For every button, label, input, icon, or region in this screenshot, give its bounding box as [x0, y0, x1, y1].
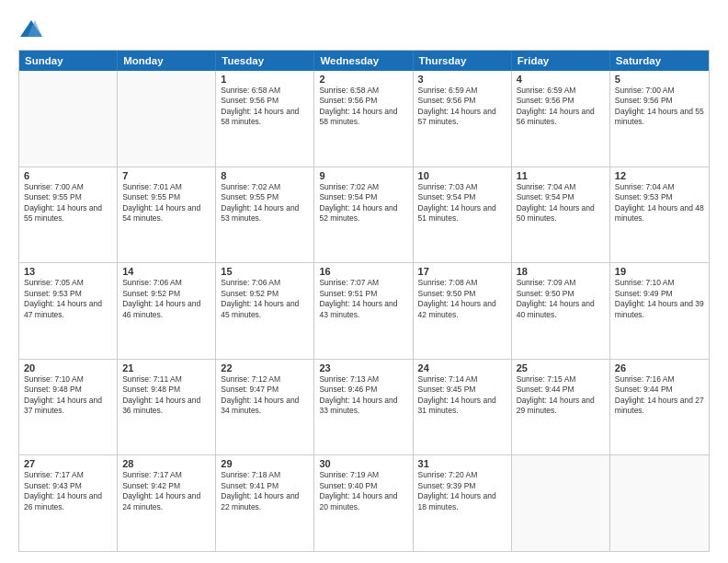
day-info: Sunrise: 7:19 AM Sunset: 9:40 PM Dayligh…: [319, 470, 407, 512]
calendar-cell: 10Sunrise: 7:03 AM Sunset: 9:54 PM Dayli…: [414, 167, 512, 263]
day-number: 19: [615, 266, 704, 277]
day-info: Sunrise: 7:02 AM Sunset: 9:55 PM Dayligh…: [221, 182, 309, 224]
calendar-cell: 21Sunrise: 7:11 AM Sunset: 9:48 PM Dayli…: [118, 360, 216, 455]
calendar-cell: 2Sunrise: 6:58 AM Sunset: 9:56 PM Daylig…: [314, 71, 413, 167]
calendar-cell: 29Sunrise: 7:18 AM Sunset: 9:41 PM Dayli…: [216, 455, 314, 551]
calendar-cell: 31Sunrise: 7:20 AM Sunset: 9:39 PM Dayli…: [414, 455, 512, 551]
day-info: Sunrise: 6:59 AM Sunset: 9:56 PM Dayligh…: [517, 86, 605, 128]
day-info: Sunrise: 7:02 AM Sunset: 9:54 PM Dayligh…: [319, 182, 407, 224]
header-day: Monday: [118, 51, 216, 71]
header-day: Saturday: [610, 51, 709, 71]
day-number: 6: [24, 170, 112, 181]
day-info: Sunrise: 7:16 AM Sunset: 9:44 PM Dayligh…: [615, 374, 704, 417]
calendar-cell: 27Sunrise: 7:17 AM Sunset: 9:43 PM Dayli…: [19, 455, 118, 551]
header-day: Sunday: [19, 51, 118, 71]
calendar-header: SundayMondayTuesdayWednesdayThursdayFrid…: [19, 51, 709, 71]
day-number: 15: [221, 266, 309, 277]
header-day: Thursday: [414, 51, 512, 71]
day-number: 30: [319, 458, 407, 469]
calendar-cell: 3Sunrise: 6:59 AM Sunset: 9:56 PM Daylig…: [414, 71, 512, 167]
calendar-cell: 22Sunrise: 7:12 AM Sunset: 9:47 PM Dayli…: [216, 360, 314, 455]
day-number: 23: [319, 362, 407, 373]
day-number: 4: [517, 74, 605, 85]
day-number: 26: [615, 362, 704, 373]
day-number: 29: [221, 458, 309, 469]
calendar-row: 27Sunrise: 7:17 AM Sunset: 9:43 PM Dayli…: [19, 454, 709, 551]
calendar-cell: 26Sunrise: 7:16 AM Sunset: 9:44 PM Dayli…: [610, 360, 709, 455]
calendar-cell: 6Sunrise: 7:00 AM Sunset: 9:55 PM Daylig…: [19, 167, 118, 263]
day-info: Sunrise: 7:09 AM Sunset: 9:50 PM Dayligh…: [517, 278, 605, 320]
day-number: 7: [122, 170, 210, 181]
day-info: Sunrise: 7:08 AM Sunset: 9:50 PM Dayligh…: [418, 278, 506, 320]
header-day: Tuesday: [216, 51, 314, 71]
day-number: 5: [615, 74, 704, 85]
calendar-body: 1Sunrise: 6:58 AM Sunset: 9:56 PM Daylig…: [19, 71, 709, 551]
calendar-cell: 23Sunrise: 7:13 AM Sunset: 9:46 PM Dayli…: [314, 360, 413, 455]
day-info: Sunrise: 7:14 AM Sunset: 9:45 PM Dayligh…: [418, 374, 506, 417]
calendar-cell: 20Sunrise: 7:10 AM Sunset: 9:48 PM Dayli…: [19, 360, 118, 455]
logo: [18, 17, 47, 42]
calendar-cell: 17Sunrise: 7:08 AM Sunset: 9:50 PM Dayli…: [414, 263, 512, 359]
day-info: Sunrise: 7:15 AM Sunset: 9:44 PM Dayligh…: [517, 374, 605, 417]
calendar-cell: 9Sunrise: 7:02 AM Sunset: 9:54 PM Daylig…: [314, 167, 413, 263]
calendar-cell: 11Sunrise: 7:04 AM Sunset: 9:54 PM Dayli…: [512, 167, 610, 263]
day-info: Sunrise: 7:06 AM Sunset: 9:52 PM Dayligh…: [122, 278, 210, 320]
day-info: Sunrise: 7:00 AM Sunset: 9:55 PM Dayligh…: [24, 182, 112, 224]
day-info: Sunrise: 7:07 AM Sunset: 9:51 PM Dayligh…: [319, 278, 407, 320]
calendar-cell: [512, 455, 610, 551]
day-number: 25: [517, 362, 605, 373]
calendar-cell: 18Sunrise: 7:09 AM Sunset: 9:50 PM Dayli…: [512, 263, 610, 359]
calendar-cell: 15Sunrise: 7:06 AM Sunset: 9:52 PM Dayli…: [216, 263, 314, 359]
calendar-cell: [19, 71, 118, 167]
calendar-row: 1Sunrise: 6:58 AM Sunset: 9:56 PM Daylig…: [19, 71, 709, 167]
page: SundayMondayTuesdayWednesdayThursdayFrid…: [0, 0, 728, 563]
calendar: SundayMondayTuesdayWednesdayThursdayFrid…: [18, 50, 710, 552]
day-number: 2: [319, 74, 407, 85]
day-info: Sunrise: 7:06 AM Sunset: 9:52 PM Dayligh…: [221, 278, 309, 320]
calendar-cell: 5Sunrise: 7:00 AM Sunset: 9:56 PM Daylig…: [610, 71, 709, 167]
calendar-cell: 4Sunrise: 6:59 AM Sunset: 9:56 PM Daylig…: [512, 71, 610, 167]
day-number: 31: [418, 458, 506, 469]
day-number: 20: [24, 362, 112, 373]
day-number: 8: [221, 170, 309, 181]
day-number: 9: [319, 170, 407, 181]
calendar-cell: 13Sunrise: 7:05 AM Sunset: 9:53 PM Dayli…: [19, 263, 118, 359]
day-info: Sunrise: 7:13 AM Sunset: 9:46 PM Dayligh…: [319, 374, 407, 417]
calendar-cell: 19Sunrise: 7:10 AM Sunset: 9:49 PM Dayli…: [610, 263, 709, 359]
calendar-row: 20Sunrise: 7:10 AM Sunset: 9:48 PM Dayli…: [19, 359, 709, 455]
day-number: 11: [517, 170, 605, 181]
day-number: 22: [221, 362, 309, 373]
header-day: Friday: [512, 51, 610, 71]
day-info: Sunrise: 7:10 AM Sunset: 9:49 PM Dayligh…: [615, 278, 704, 320]
day-number: 27: [24, 458, 112, 469]
header-day: Wednesday: [314, 51, 413, 71]
day-info: Sunrise: 7:03 AM Sunset: 9:54 PM Dayligh…: [418, 182, 506, 224]
day-number: 10: [418, 170, 506, 181]
day-number: 14: [122, 266, 210, 277]
calendar-row: 13Sunrise: 7:05 AM Sunset: 9:53 PM Dayli…: [19, 262, 709, 359]
day-info: Sunrise: 7:17 AM Sunset: 9:42 PM Dayligh…: [122, 470, 210, 512]
day-info: Sunrise: 7:18 AM Sunset: 9:41 PM Dayligh…: [221, 470, 309, 512]
calendar-cell: 30Sunrise: 7:19 AM Sunset: 9:40 PM Dayli…: [314, 455, 413, 551]
day-info: Sunrise: 7:04 AM Sunset: 9:53 PM Dayligh…: [615, 182, 704, 224]
day-info: Sunrise: 7:04 AM Sunset: 9:54 PM Dayligh…: [517, 182, 605, 224]
header: [18, 17, 710, 42]
day-info: Sunrise: 6:59 AM Sunset: 9:56 PM Dayligh…: [418, 86, 506, 128]
calendar-cell: 24Sunrise: 7:14 AM Sunset: 9:45 PM Dayli…: [414, 360, 512, 455]
day-number: 28: [122, 458, 210, 469]
day-info: Sunrise: 7:12 AM Sunset: 9:47 PM Dayligh…: [221, 374, 309, 417]
calendar-cell: 14Sunrise: 7:06 AM Sunset: 9:52 PM Dayli…: [118, 263, 216, 359]
calendar-cell: 12Sunrise: 7:04 AM Sunset: 9:53 PM Dayli…: [610, 167, 709, 263]
day-number: 16: [319, 266, 407, 277]
day-info: Sunrise: 7:01 AM Sunset: 9:55 PM Dayligh…: [122, 182, 210, 224]
calendar-cell: 25Sunrise: 7:15 AM Sunset: 9:44 PM Dayli…: [512, 360, 610, 455]
calendar-cell: [118, 71, 216, 167]
calendar-cell: 7Sunrise: 7:01 AM Sunset: 9:55 PM Daylig…: [118, 167, 216, 263]
day-number: 1: [221, 74, 309, 85]
day-info: Sunrise: 7:10 AM Sunset: 9:48 PM Dayligh…: [24, 374, 112, 417]
day-number: 12: [615, 170, 704, 181]
day-info: Sunrise: 7:20 AM Sunset: 9:39 PM Dayligh…: [418, 470, 506, 512]
day-info: Sunrise: 7:00 AM Sunset: 9:56 PM Dayligh…: [615, 86, 704, 128]
day-number: 13: [24, 266, 112, 277]
logo-icon: [18, 17, 44, 42]
